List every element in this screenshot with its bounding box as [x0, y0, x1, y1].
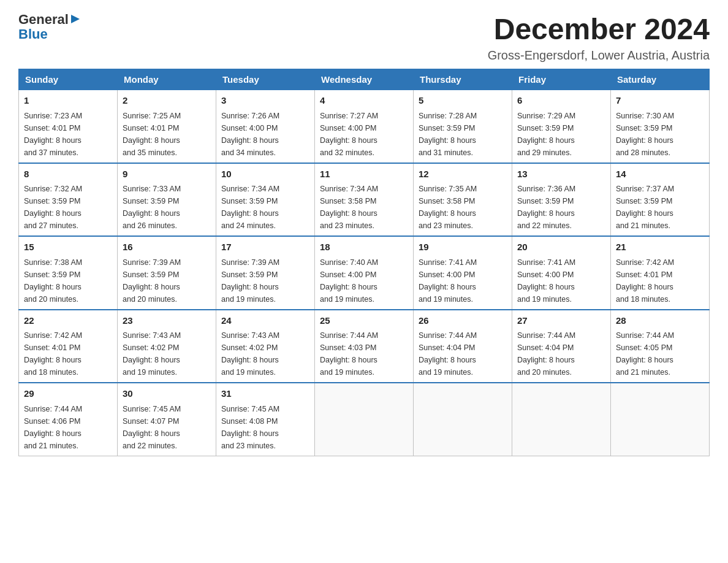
day-number: 6: [517, 94, 605, 108]
table-row: 18 Sunrise: 7:40 AM Sunset: 4:00 PM Dayl…: [315, 236, 414, 310]
day-number: 29: [24, 387, 112, 401]
day-number: 20: [517, 240, 605, 255]
day-info: Sunrise: 7:35 AM Sunset: 3:58 PM Dayligh…: [419, 183, 507, 232]
table-row: 2 Sunrise: 7:25 AM Sunset: 4:01 PM Dayli…: [118, 90, 216, 163]
calendar-header-row: Sunday Monday Tuesday Wednesday Thursday…: [19, 69, 710, 90]
table-row: 5 Sunrise: 7:28 AM Sunset: 3:59 PM Dayli…: [414, 90, 512, 163]
day-info: Sunrise: 7:44 AM Sunset: 4:06 PM Dayligh…: [24, 403, 112, 452]
day-info: Sunrise: 7:41 AM Sunset: 4:00 PM Dayligh…: [419, 256, 507, 305]
table-row: 26 Sunrise: 7:44 AM Sunset: 4:04 PM Dayl…: [414, 310, 512, 383]
day-info: Sunrise: 7:39 AM Sunset: 3:59 PM Dayligh…: [221, 256, 309, 305]
logo-arrow-icon: [71, 13, 82, 25]
day-number: 25: [320, 314, 408, 328]
table-row: 27 Sunrise: 7:44 AM Sunset: 4:04 PM Dayl…: [512, 310, 611, 383]
day-number: 30: [123, 387, 211, 401]
table-row: 3 Sunrise: 7:26 AM Sunset: 4:00 PM Dayli…: [216, 90, 315, 163]
day-info: Sunrise: 7:38 AM Sunset: 3:59 PM Dayligh…: [24, 256, 112, 305]
day-info: Sunrise: 7:28 AM Sunset: 3:59 PM Dayligh…: [419, 110, 507, 159]
day-info: Sunrise: 7:44 AM Sunset: 4:04 PM Dayligh…: [517, 329, 605, 378]
calendar-week-row: 1 Sunrise: 7:23 AM Sunset: 4:01 PM Dayli…: [19, 90, 710, 163]
day-number: 31: [221, 387, 309, 401]
table-row: 11 Sunrise: 7:34 AM Sunset: 3:58 PM Dayl…: [315, 163, 414, 237]
day-number: 27: [517, 314, 605, 328]
day-number: 10: [221, 167, 309, 182]
table-row: 25 Sunrise: 7:44 AM Sunset: 4:03 PM Dayl…: [315, 310, 414, 383]
day-number: 16: [123, 240, 211, 255]
day-info: Sunrise: 7:45 AM Sunset: 4:07 PM Dayligh…: [123, 403, 211, 452]
header-monday: Monday: [118, 69, 216, 90]
table-row: 7 Sunrise: 7:30 AM Sunset: 3:59 PM Dayli…: [611, 90, 710, 163]
day-info: Sunrise: 7:34 AM Sunset: 3:58 PM Dayligh…: [320, 183, 408, 232]
day-info: Sunrise: 7:44 AM Sunset: 4:03 PM Dayligh…: [320, 329, 408, 378]
header-friday: Friday: [512, 69, 611, 90]
table-row: 9 Sunrise: 7:33 AM Sunset: 3:59 PM Dayli…: [118, 163, 216, 237]
day-number: 21: [616, 240, 704, 255]
day-info: Sunrise: 7:44 AM Sunset: 4:04 PM Dayligh…: [419, 329, 507, 378]
calendar-table: Sunday Monday Tuesday Wednesday Thursday…: [18, 69, 710, 456]
calendar-title: December 2024: [488, 12, 710, 46]
day-info: Sunrise: 7:26 AM Sunset: 4:00 PM Dayligh…: [221, 110, 309, 159]
day-number: 15: [24, 240, 112, 255]
day-number: 26: [419, 314, 507, 328]
table-row: 14 Sunrise: 7:37 AM Sunset: 3:59 PM Dayl…: [611, 163, 710, 237]
svg-marker-0: [71, 15, 80, 23]
day-number: 14: [616, 167, 704, 182]
day-number: 13: [517, 167, 605, 182]
header-wednesday: Wednesday: [315, 69, 414, 90]
day-info: Sunrise: 7:34 AM Sunset: 3:59 PM Dayligh…: [221, 183, 309, 232]
day-info: Sunrise: 7:23 AM Sunset: 4:01 PM Dayligh…: [24, 110, 112, 159]
table-row: 23 Sunrise: 7:43 AM Sunset: 4:02 PM Dayl…: [118, 310, 216, 383]
day-number: 3: [221, 94, 309, 108]
day-info: Sunrise: 7:33 AM Sunset: 3:59 PM Dayligh…: [123, 183, 211, 232]
title-block: December 2024 Gross-Engersdorf, Lower Au…: [488, 12, 710, 63]
day-info: Sunrise: 7:25 AM Sunset: 4:01 PM Dayligh…: [123, 110, 211, 159]
table-row: 10 Sunrise: 7:34 AM Sunset: 3:59 PM Dayl…: [216, 163, 315, 237]
day-number: 11: [320, 167, 408, 182]
header-thursday: Thursday: [414, 69, 512, 90]
day-number: 12: [419, 167, 507, 182]
day-info: Sunrise: 7:32 AM Sunset: 3:59 PM Dayligh…: [24, 183, 112, 232]
table-row: 31 Sunrise: 7:45 AM Sunset: 4:08 PM Dayl…: [216, 383, 315, 456]
table-row: [315, 383, 414, 456]
day-number: 22: [24, 314, 112, 328]
calendar-subtitle: Gross-Engersdorf, Lower Austria, Austria: [488, 48, 710, 63]
day-number: 5: [419, 94, 507, 108]
day-info: Sunrise: 7:42 AM Sunset: 4:01 PM Dayligh…: [24, 329, 112, 378]
day-number: 17: [221, 240, 309, 255]
table-row: 28 Sunrise: 7:44 AM Sunset: 4:05 PM Dayl…: [611, 310, 710, 383]
day-info: Sunrise: 7:36 AM Sunset: 3:59 PM Dayligh…: [517, 183, 605, 232]
table-row: 6 Sunrise: 7:29 AM Sunset: 3:59 PM Dayli…: [512, 90, 611, 163]
day-number: 18: [320, 240, 408, 255]
table-row: 30 Sunrise: 7:45 AM Sunset: 4:07 PM Dayl…: [118, 383, 216, 456]
table-row: 13 Sunrise: 7:36 AM Sunset: 3:59 PM Dayl…: [512, 163, 611, 237]
day-info: Sunrise: 7:30 AM Sunset: 3:59 PM Dayligh…: [616, 110, 704, 159]
day-info: Sunrise: 7:27 AM Sunset: 4:00 PM Dayligh…: [320, 110, 408, 159]
day-number: 9: [123, 167, 211, 182]
day-info: Sunrise: 7:41 AM Sunset: 4:00 PM Dayligh…: [517, 256, 605, 305]
day-info: Sunrise: 7:43 AM Sunset: 4:02 PM Dayligh…: [221, 329, 309, 378]
table-row: 16 Sunrise: 7:39 AM Sunset: 3:59 PM Dayl…: [118, 236, 216, 310]
table-row: 15 Sunrise: 7:38 AM Sunset: 3:59 PM Dayl…: [19, 236, 118, 310]
table-row: 4 Sunrise: 7:27 AM Sunset: 4:00 PM Dayli…: [315, 90, 414, 163]
table-row: [512, 383, 611, 456]
day-info: Sunrise: 7:42 AM Sunset: 4:01 PM Dayligh…: [616, 256, 704, 305]
logo-blue: Blue: [18, 27, 82, 42]
day-number: 4: [320, 94, 408, 108]
table-row: 12 Sunrise: 7:35 AM Sunset: 3:58 PM Dayl…: [414, 163, 512, 237]
table-row: [414, 383, 512, 456]
logo: General Blue: [18, 12, 82, 42]
table-row: 29 Sunrise: 7:44 AM Sunset: 4:06 PM Dayl…: [19, 383, 118, 456]
day-number: 19: [419, 240, 507, 255]
logo-general: General: [18, 12, 69, 27]
day-number: 24: [221, 314, 309, 328]
day-info: Sunrise: 7:29 AM Sunset: 3:59 PM Dayligh…: [517, 110, 605, 159]
table-row: [611, 383, 710, 456]
header-sunday: Sunday: [19, 69, 118, 90]
day-info: Sunrise: 7:45 AM Sunset: 4:08 PM Dayligh…: [221, 403, 309, 452]
day-number: 7: [616, 94, 704, 108]
day-info: Sunrise: 7:44 AM Sunset: 4:05 PM Dayligh…: [616, 329, 704, 378]
calendar-week-row: 29 Sunrise: 7:44 AM Sunset: 4:06 PM Dayl…: [19, 383, 710, 456]
day-info: Sunrise: 7:43 AM Sunset: 4:02 PM Dayligh…: [123, 329, 211, 378]
day-number: 2: [123, 94, 211, 108]
day-number: 23: [123, 314, 211, 328]
